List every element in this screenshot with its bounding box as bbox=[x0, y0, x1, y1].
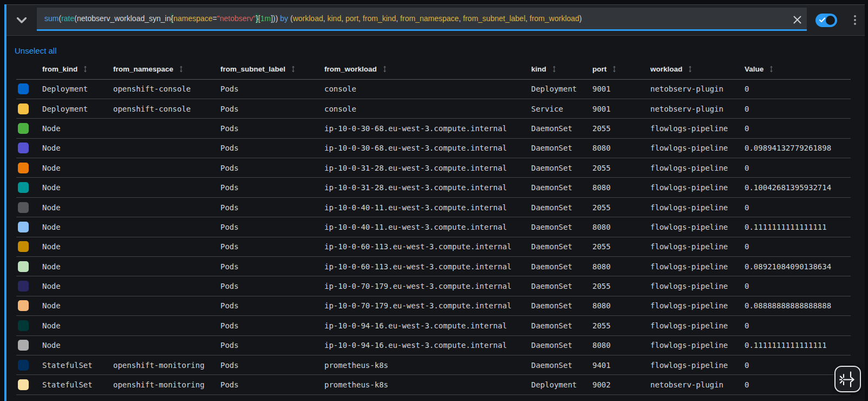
table-cell: 0 bbox=[745, 198, 851, 217]
enable-query-switch[interactable] bbox=[815, 14, 837, 27]
table-cell: console bbox=[324, 99, 531, 118]
query-token-metric: netobserv_workload_syn_in bbox=[77, 14, 171, 23]
query-kebab-menu-button[interactable] bbox=[845, 9, 865, 31]
table-cell: DaemonSet bbox=[531, 119, 592, 138]
query-toolbar: sum(rate(netobserv_workload_syn_in{names… bbox=[6, 4, 865, 36]
automation-cursor-button[interactable] bbox=[834, 366, 861, 392]
table-cell: Pods bbox=[220, 316, 324, 335]
table-cell: Deployment bbox=[42, 80, 113, 99]
table-cell: DaemonSet bbox=[531, 316, 592, 335]
sort-icon[interactable] bbox=[552, 66, 556, 73]
series-color-swatch[interactable] bbox=[18, 143, 29, 153]
series-color-swatch[interactable] bbox=[18, 360, 29, 371]
table-cell: 2055 bbox=[592, 119, 650, 138]
table-cell: flowlogs-pipeline bbox=[650, 217, 745, 236]
query-token-label: port bbox=[345, 14, 358, 23]
series-color-swatch[interactable] bbox=[18, 340, 29, 351]
sort-icon[interactable] bbox=[383, 66, 387, 73]
query-token-plain: = bbox=[213, 14, 217, 23]
table-cell: Node bbox=[42, 276, 113, 295]
table-row: NodePodsip-10-0-31-28.eu-west-3.compute.… bbox=[16, 178, 851, 197]
table-cell: openshift-console bbox=[113, 99, 220, 118]
table-cell: 9001 bbox=[592, 99, 650, 118]
sort-icon[interactable] bbox=[179, 66, 183, 73]
series-color-swatch[interactable] bbox=[18, 300, 29, 311]
table-cell: DaemonSet bbox=[531, 296, 592, 315]
table-cell: DaemonSet bbox=[531, 217, 592, 236]
series-color-swatch[interactable] bbox=[18, 281, 29, 292]
column-header-port[interactable]: port bbox=[592, 60, 650, 79]
table-cell: 9001 bbox=[592, 80, 650, 99]
table-cell: 0 bbox=[745, 237, 851, 256]
sort-icon[interactable] bbox=[612, 66, 616, 73]
column-header-kind[interactable]: kind bbox=[531, 60, 592, 79]
sort-icon[interactable] bbox=[769, 66, 773, 73]
series-color-swatch[interactable] bbox=[18, 241, 29, 252]
query-token-label: from_kind bbox=[363, 14, 396, 23]
unselect-all-link[interactable]: Unselect all bbox=[15, 46, 57, 55]
table-cell: 0.09894132779261898 bbox=[745, 139, 851, 158]
sort-icon[interactable] bbox=[291, 66, 295, 73]
table-cell: Pods bbox=[220, 336, 324, 355]
table-row: NodePodsip-10-0-60-113.eu-west-3.compute… bbox=[16, 257, 851, 276]
series-color-swatch[interactable] bbox=[18, 222, 29, 232]
switch-knob bbox=[826, 16, 835, 25]
sort-icon[interactable] bbox=[688, 66, 692, 73]
series-color-swatch[interactable] bbox=[18, 182, 29, 193]
table-cell: Node bbox=[42, 316, 113, 335]
table-cell: DaemonSet bbox=[531, 198, 592, 217]
table-cell: 0.08888888888888888 bbox=[745, 296, 851, 315]
chevron-down-icon bbox=[17, 17, 27, 23]
series-color-swatch[interactable] bbox=[18, 320, 29, 331]
table-cell: Node bbox=[42, 237, 113, 256]
series-color-swatch[interactable] bbox=[18, 261, 29, 272]
table-cell: flowlogs-pipeline bbox=[650, 316, 745, 335]
column-header-from_workload[interactable]: from_workload bbox=[324, 60, 531, 79]
column-header-from_kind[interactable]: from_kind bbox=[42, 60, 113, 79]
table-cell: 0 bbox=[745, 158, 851, 177]
table-cell: Node bbox=[42, 257, 113, 276]
table-cell: 0.10042681395932714 bbox=[745, 178, 851, 197]
query-token-string: "netobserv" bbox=[217, 14, 256, 23]
sort-icon[interactable] bbox=[83, 66, 87, 73]
table-cell: DaemonSet bbox=[531, 355, 592, 374]
query-token-plain: , bbox=[525, 14, 530, 23]
table-cell: DaemonSet bbox=[531, 158, 592, 177]
series-color-swatch[interactable] bbox=[18, 83, 29, 94]
table-cell: ip-10-0-70-179.eu-west-3.compute.interna… bbox=[324, 276, 531, 295]
column-header-from_namespace[interactable]: from_namespace bbox=[113, 60, 220, 79]
query-token-plain: ) bbox=[579, 14, 582, 23]
series-color-swatch[interactable] bbox=[18, 202, 29, 213]
table-cell bbox=[113, 237, 220, 256]
series-color-swatch[interactable] bbox=[18, 163, 29, 173]
table-cell: flowlogs-pipeline bbox=[650, 355, 745, 374]
column-header-from_subnet_label[interactable]: from_subnet_label bbox=[220, 60, 324, 79]
promql-expression-input[interactable]: sum(rate(netobserv_workload_syn_in{names… bbox=[37, 8, 807, 31]
table-cell: 0.1111111111111111 bbox=[745, 336, 851, 355]
series-color-swatch[interactable] bbox=[18, 104, 29, 114]
column-header-Value[interactable]: Value bbox=[745, 60, 851, 79]
table-cell: DaemonSet bbox=[531, 257, 592, 276]
table-row: NodePodsip-10-0-70-179.eu-west-3.compute… bbox=[16, 296, 851, 316]
table-cell: ip-10-0-31-28.eu-west-3.compute.internal bbox=[324, 158, 531, 177]
table-cell: console bbox=[324, 80, 531, 99]
table-cell: 0 bbox=[745, 119, 851, 138]
series-color-swatch[interactable] bbox=[18, 379, 29, 390]
collapse-query-button[interactable] bbox=[6, 5, 37, 35]
header-swatch-col bbox=[16, 60, 42, 79]
table-cell: 8080 bbox=[592, 178, 650, 197]
column-header-workload[interactable]: workload bbox=[650, 60, 745, 79]
table-cell: Pods bbox=[220, 178, 324, 197]
table-cell: 8080 bbox=[592, 296, 650, 315]
clear-query-button[interactable] bbox=[791, 14, 803, 25]
table-cell: Node bbox=[42, 198, 113, 217]
table-cell: flowlogs-pipeline bbox=[650, 158, 745, 177]
table-row: NodePodsip-10-0-30-68.eu-west-3.compute.… bbox=[16, 119, 851, 138]
table-cell bbox=[113, 158, 220, 177]
close-icon bbox=[793, 16, 801, 24]
query-token-duration: 1m bbox=[260, 14, 271, 23]
table-cell: flowlogs-pipeline bbox=[650, 139, 745, 158]
table-cell: prometheus-k8s bbox=[324, 375, 531, 394]
series-color-swatch[interactable] bbox=[18, 123, 29, 134]
table-cell bbox=[113, 257, 220, 276]
